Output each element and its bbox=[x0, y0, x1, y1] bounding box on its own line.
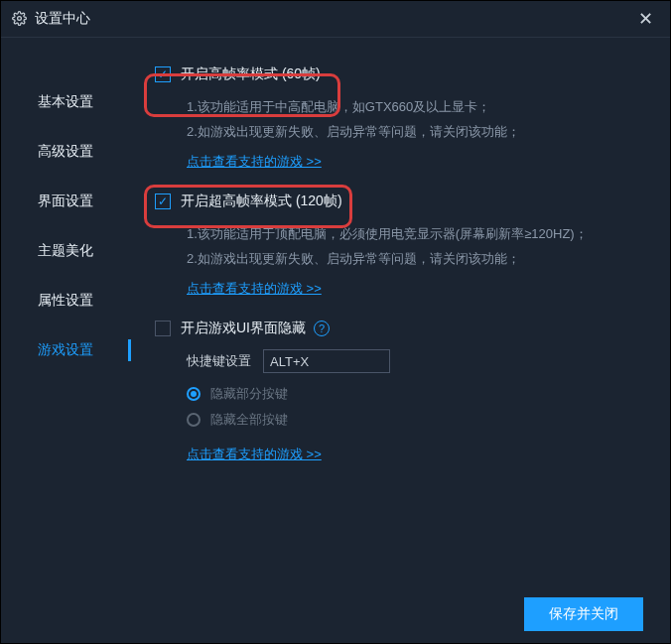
radio-icon bbox=[187, 413, 201, 427]
ultra-fps-note2: 2.如游戏出现更新失败、启动异常等问题，请关闭该功能； bbox=[187, 247, 651, 272]
sidebar-item-theme[interactable]: 主题美化 bbox=[0, 226, 131, 276]
sidebar-item-label: 主题美化 bbox=[38, 242, 93, 260]
sidebar: 基本设置 高级设置 界面设置 主题美化 属性设置 游戏设置 bbox=[0, 38, 131, 584]
sidebar-item-label: 高级设置 bbox=[38, 143, 93, 161]
high-fps-note1: 1.该功能适用于中高配电脑，如GTX660及以上显卡； bbox=[187, 95, 651, 120]
section-ultra-fps: ✓ 开启超高帧率模式 (120帧) 1.该功能适用于顶配电脑，必须使用电竞显示器… bbox=[155, 193, 651, 302]
hide-ui-label: 开启游戏UI界面隐藏 bbox=[181, 320, 306, 337]
high-fps-link[interactable]: 点击查看支持的游戏 >> bbox=[187, 150, 322, 175]
sidebar-item-label: 属性设置 bbox=[38, 292, 93, 310]
shortcut-input[interactable] bbox=[263, 349, 390, 373]
radio-label: 隐藏部分按键 bbox=[210, 385, 288, 403]
high-fps-label: 开启高帧率模式 (60帧) bbox=[181, 65, 321, 83]
sidebar-item-property[interactable]: 属性设置 bbox=[0, 276, 131, 325]
sidebar-item-basic[interactable]: 基本设置 bbox=[0, 77, 131, 127]
ultra-fps-label: 开启超高帧率模式 (120帧) bbox=[181, 193, 342, 210]
checkbox-hide-ui[interactable]: ✓ bbox=[155, 321, 171, 336]
sidebar-item-label: 界面设置 bbox=[38, 193, 93, 210]
svg-point-0 bbox=[18, 17, 22, 21]
radio-hide-partial[interactable]: 隐藏部分按键 bbox=[187, 381, 651, 407]
main-panel: ✓ 开启高帧率模式 (60帧) 1.该功能适用于中高配电脑，如GTX660及以上… bbox=[131, 38, 671, 584]
sidebar-item-label: 基本设置 bbox=[38, 93, 93, 111]
close-icon[interactable]: ✕ bbox=[631, 10, 659, 28]
ultra-fps-link[interactable]: 点击查看支持的游戏 >> bbox=[187, 277, 322, 302]
titlebar: 设置中心 ✕ bbox=[0, 0, 671, 38]
save-close-button[interactable]: 保存并关闭 bbox=[524, 597, 643, 631]
checkbox-high-fps[interactable]: ✓ bbox=[155, 66, 171, 82]
hide-ui-link[interactable]: 点击查看支持的游戏 >> bbox=[187, 443, 322, 467]
gear-icon bbox=[12, 11, 27, 26]
high-fps-note2: 2.如游戏出现更新失败、启动异常等问题，请关闭该功能； bbox=[187, 120, 651, 145]
sidebar-item-advanced[interactable]: 高级设置 bbox=[0, 127, 131, 177]
radio-icon bbox=[187, 387, 201, 401]
window-title: 设置中心 bbox=[35, 10, 631, 28]
section-hide-ui: ✓ 开启游戏UI界面隐藏 ? 快捷键设置 隐藏部分按键 隐藏全部按键 点击查看 bbox=[155, 320, 651, 467]
help-icon[interactable]: ? bbox=[314, 321, 330, 336]
sidebar-item-game[interactable]: 游戏设置 bbox=[0, 325, 131, 375]
radio-hide-all[interactable]: 隐藏全部按键 bbox=[187, 407, 651, 433]
sidebar-item-interface[interactable]: 界面设置 bbox=[0, 177, 131, 226]
section-high-fps: ✓ 开启高帧率模式 (60帧) 1.该功能适用于中高配电脑，如GTX660及以上… bbox=[155, 65, 651, 175]
sidebar-item-label: 游戏设置 bbox=[38, 341, 93, 359]
shortcut-label: 快捷键设置 bbox=[187, 352, 251, 370]
ultra-fps-note1: 1.该功能适用于顶配电脑，必须使用电竞显示器(屏幕刷新率≥120HZ)； bbox=[187, 222, 651, 247]
radio-label: 隐藏全部按键 bbox=[210, 411, 288, 429]
checkbox-ultra-fps[interactable]: ✓ bbox=[155, 193, 171, 209]
footer: 保存并关闭 bbox=[0, 584, 671, 644]
